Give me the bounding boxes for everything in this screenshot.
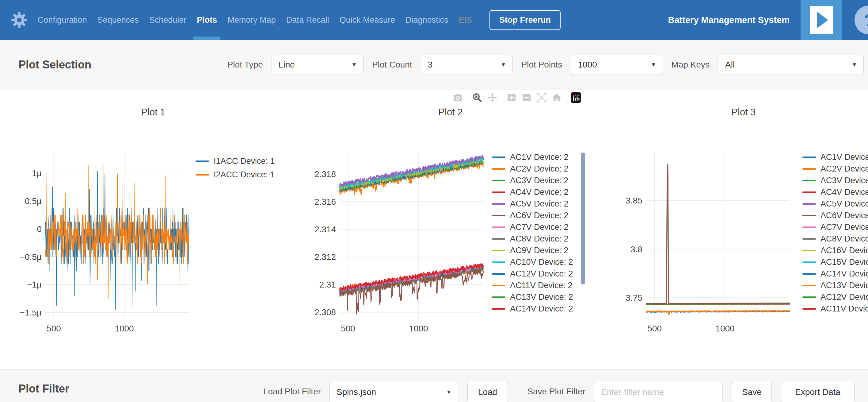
legend-line-swatch <box>492 156 505 158</box>
play-button[interactable] <box>801 0 842 40</box>
legend-item[interactable]: AC13V Device: 2 <box>492 291 587 303</box>
plot-selection-bar: Plot Selection Plot TypeLine▼Plot Count3… <box>0 40 868 90</box>
nav-item-diagnostics[interactable]: Diagnostics <box>400 0 454 40</box>
nav-item-memory-map[interactable]: Memory Map <box>222 0 281 40</box>
legend-item[interactable]: AC4V Device: 3 <box>802 186 868 198</box>
home-icon[interactable] <box>551 92 562 103</box>
y-tick-label: 0 <box>37 224 42 234</box>
legend-item[interactable]: AC8V Device: 3 <box>802 233 868 245</box>
plotly-logo-icon[interactable] <box>571 92 581 103</box>
legend-item[interactable]: AC8V Device: 2 <box>492 233 587 245</box>
legend-item[interactable]: AC13V Device: <box>802 280 868 291</box>
load-filter-select[interactable]: Spins.json ▼ <box>330 381 458 402</box>
nav-item-data-recall[interactable]: Data Recall <box>281 0 334 40</box>
plot-legend: AC1V Device: 3AC2V Device: 3AC3V Device:… <box>802 151 868 315</box>
y-tick-label: 3.75 <box>626 293 643 303</box>
legend-item[interactable]: AC12V Device: 2 <box>492 268 587 280</box>
legend-label: AC7V Device: 3 <box>820 223 868 232</box>
plot-canvas-1[interactable]: 1µ0.5µ0−0.5µ−1µ−1.5µ5001000 <box>19 149 192 341</box>
select-plot-count[interactable]: 3▼ <box>421 55 513 75</box>
top-nav: ConfigurationSequencesSchedulerPlotsMemo… <box>0 0 868 40</box>
legend-label: AC15V Device: <box>820 257 868 267</box>
legend-label: AC6V Device: 2 <box>510 211 568 220</box>
select-plot-type[interactable]: Line▼ <box>272 55 364 75</box>
legend-item[interactable]: AC1V Device: 3 <box>802 151 868 163</box>
legend-line-swatch <box>492 192 505 193</box>
gear-icon[interactable] <box>11 12 28 28</box>
legend-item[interactable]: AC9V Device: 2 <box>492 245 587 256</box>
chevron-down-icon: ▼ <box>446 389 452 396</box>
nav-item-sequences[interactable]: Sequences <box>92 0 144 40</box>
zoom-out-icon[interactable] <box>521 92 532 103</box>
plot-panel-3: Plot 33.853.83.755001000AC1V Device: 3AC… <box>619 107 868 341</box>
legend-item[interactable]: AC15V Device: <box>802 256 868 268</box>
legend-label: AC16V Device: <box>820 246 868 255</box>
legend-line-swatch <box>492 168 505 170</box>
legend-item[interactable]: AC14V Device: <box>802 268 868 280</box>
load-plot-filter-label: Load Plot Filter <box>254 387 321 397</box>
legend-label: AC4V Device: 2 <box>510 188 568 197</box>
plot-canvas-3[interactable]: 3.853.83.755001000 <box>619 149 792 341</box>
legend-item[interactable]: AC7V Device: 3 <box>802 221 868 233</box>
select-map-keys[interactable]: All▼ <box>718 55 864 75</box>
stop-freerun-button[interactable]: Stop Freerun <box>490 10 561 30</box>
zoom-in-icon[interactable] <box>506 92 517 103</box>
nav-item-configuration[interactable]: Configuration <box>32 0 92 40</box>
load-button[interactable]: Load <box>467 381 508 402</box>
legend-label: AC3V Device: 2 <box>510 176 568 185</box>
legend-item[interactable]: AC7V Device: 2 <box>492 221 587 233</box>
nav-item-scheduler[interactable]: Scheduler <box>144 0 192 40</box>
legend-item[interactable]: AC3V Device: 2 <box>492 175 587 186</box>
legend-item[interactable]: AC2V Device: 2 <box>492 163 587 175</box>
legend-item[interactable]: AC16V Device: <box>802 245 868 256</box>
legend-label: AC2V Device: 2 <box>510 164 568 174</box>
select-plot-points[interactable]: 1000▼ <box>571 55 663 75</box>
legend-item[interactable]: AC2V Device: 3 <box>802 163 868 175</box>
legend-label: AC13V Device: 2 <box>510 292 573 302</box>
legend-item[interactable]: AC12V Device: <box>802 291 868 303</box>
export-data-button[interactable]: Export Data <box>781 381 855 402</box>
nav-item-eis: EIS <box>454 0 477 40</box>
legend-item[interactable]: AC3V Device: 3 <box>802 175 868 186</box>
legend-line-swatch <box>492 273 505 275</box>
legend-item[interactable]: AC6V Device: 3 <box>802 209 868 221</box>
legend-item[interactable]: I2ACC Device: 1 <box>195 168 275 181</box>
zoom-icon[interactable] <box>472 92 483 103</box>
nav-item-plots[interactable]: Plots <box>192 0 222 40</box>
legend-label: AC9V Device: 2 <box>510 246 568 255</box>
pan-icon[interactable] <box>487 92 497 103</box>
legend-item[interactable]: AC11V Device: 2 <box>492 280 587 291</box>
plot-canvas-2[interactable]: 2.3182.3162.3142.3122.312.3085001000 <box>313 149 486 341</box>
legend-label: AC14V Device: <box>820 269 868 279</box>
plot-title: Plot 3 <box>619 107 868 120</box>
x-tick-label: 1000 <box>715 324 734 333</box>
legend-item[interactable]: AC10V Device: 2 <box>492 256 587 268</box>
save-plot-filter-label: Save Plot Filter <box>517 387 585 397</box>
x-tick-label: 500 <box>647 324 662 333</box>
select-value: 3 <box>428 60 433 70</box>
plots-area: Plot 11µ0.5µ0−0.5µ−1µ−1.5µ5001000I1ACC D… <box>0 90 868 369</box>
legend-line-swatch <box>195 174 209 175</box>
filter-name-input[interactable] <box>594 381 723 402</box>
legend-item[interactable]: AC6V Device: 2 <box>492 209 587 221</box>
legend-scrollbar[interactable] <box>581 152 585 284</box>
legend-item[interactable]: AC5V Device: 3 <box>802 198 868 209</box>
plot-panel-2: Plot 22.3182.3162.3142.3122.312.30850010… <box>313 107 588 341</box>
legend-line-swatch <box>492 238 505 240</box>
help-question-icon[interactable]: ? <box>855 5 868 34</box>
legend-line-swatch <box>492 261 505 263</box>
legend-item[interactable]: AC4V Device: 2 <box>492 186 587 198</box>
legend-item[interactable]: I1ACC Device: 1 <box>195 154 275 168</box>
y-tick-label: 2.316 <box>314 197 336 206</box>
camera-icon[interactable] <box>453 92 463 103</box>
nav-item-quick-measure[interactable]: Quick Measure <box>334 0 400 40</box>
autoscale-icon[interactable] <box>536 92 547 103</box>
y-tick-label: −0.5µ <box>20 252 42 262</box>
legend-item[interactable]: AC11V Device: <box>802 303 868 315</box>
legend-label: AC8V Device: 3 <box>820 234 868 243</box>
save-button[interactable]: Save <box>732 381 772 402</box>
legend-item[interactable]: AC1V Device: 2 <box>492 151 587 163</box>
legend-item[interactable]: AC14V Device: 2 <box>492 303 587 315</box>
legend-item[interactable]: AC5V Device: 2 <box>492 198 587 209</box>
play-icon <box>810 6 833 34</box>
